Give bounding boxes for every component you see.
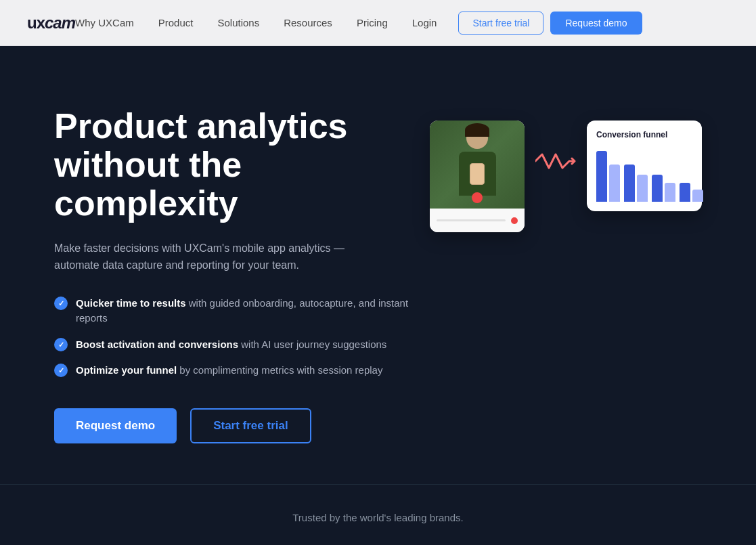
hero-subtitle: Make faster decisions with UXCam's mobil… [54,240,393,274]
session-replay-card [430,121,525,232]
bar-light-3 [665,183,675,202]
nav-login[interactable]: Login [412,17,437,28]
bar-group-3 [652,175,675,202]
bar-group-1 [596,151,620,202]
feature-text-1: Quicker time to results with guided onbo… [76,296,430,326]
trusted-text: Trusted by the world's leading brands. [0,512,756,523]
playback-dot [511,217,518,224]
person-silhouette [453,127,501,202]
person-hair [465,123,489,137]
logo[interactable]: uxcam [27,14,75,32]
trusted-section: Trusted by the world's leading brands. P… [0,484,756,545]
nav-pricing[interactable]: Pricing [357,17,388,28]
playback-bar [430,209,525,232]
feature-item-2: Boost activation and conversions with AI… [54,337,430,353]
nav-resources[interactable]: Resources [284,17,332,28]
feature-list: Quicker time to results with guided onbo… [54,296,430,378]
conversion-funnel-card: Conversion funnel [587,121,702,211]
chart-bars [596,148,692,202]
bar-group-2 [624,165,648,202]
bar-dark-2 [624,165,635,202]
check-icon-2 [54,338,68,351]
playback-line [437,219,506,221]
check-icon-1 [54,297,68,310]
nav-start-trial-button[interactable]: Start free trial [458,12,543,35]
bar-dark-1 [596,151,607,202]
hero-request-demo-button[interactable]: Request demo [54,408,177,443]
feature-text-3: Optimize your funnel by complimenting me… [76,363,382,378]
hero-left: Product analytics without the complexity… [54,100,430,443]
record-button-indicator [472,192,483,203]
bar-group-4 [680,183,703,202]
bar-light-4 [692,190,703,202]
chart-title: Conversion funnel [596,130,692,139]
hero-title: Product analytics without the complexity [54,107,430,223]
nav-links: Why UXCam Product Solutions Resources Pr… [75,17,437,29]
zigzag-arrow-icon [535,151,576,171]
hero-section: Product analytics without the complexity… [0,46,756,484]
bar-light-2 [637,175,648,202]
feature-text-2: Boost activation and conversions with AI… [76,337,386,353]
session-replay-image [430,121,525,209]
nav-why-uxcam[interactable]: Why UXCam [75,17,134,28]
arrow-connector [535,151,576,171]
person-head [466,127,488,149]
nav-request-demo-button[interactable]: Request demo [550,12,642,35]
bar-light-1 [609,165,620,202]
person-body [459,152,496,196]
nav-solutions[interactable]: Solutions [217,17,259,28]
navbar: uxcam Why UXCam Product Solutions Resour… [0,0,756,46]
phone-hand [470,163,485,185]
hero-illustration: Conversion funnel [430,107,702,232]
hero-buttons: Request demo Start free trial [54,408,430,443]
feature-item-3: Optimize your funnel by complimenting me… [54,363,430,378]
nav-product[interactable]: Product [158,17,194,28]
hero-start-trial-button[interactable]: Start free trial [190,408,311,443]
check-icon-3 [54,364,68,377]
bar-dark-3 [652,175,663,202]
feature-item-1: Quicker time to results with guided onbo… [54,296,430,326]
bar-dark-4 [680,183,690,202]
